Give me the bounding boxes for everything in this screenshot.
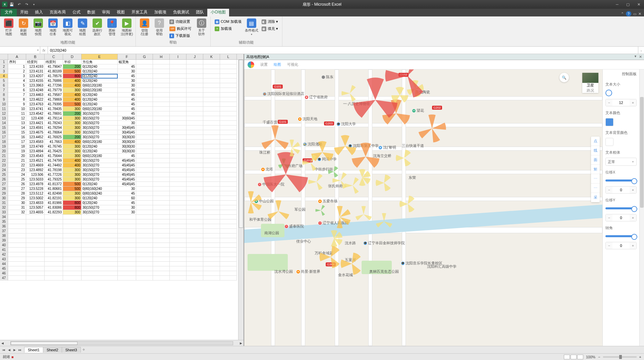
cell[interactable] [186, 163, 203, 168]
cell[interactable] [118, 262, 136, 266]
cell[interactable] [82, 229, 118, 234]
cell[interactable]: 30 [118, 88, 136, 93]
cell[interactable] [82, 266, 118, 271]
text-color-swatch[interactable] [605, 118, 613, 126]
cell[interactable] [220, 224, 237, 229]
cell[interactable]: 30|45|45 [118, 130, 136, 135]
cell[interactable] [26, 266, 45, 271]
cell[interactable]: 0|60|120|180 [82, 154, 118, 158]
row-header[interactable]: 47 [0, 276, 8, 280]
cell[interactable] [203, 121, 220, 125]
cell[interactable] [170, 172, 186, 177]
cell[interactable]: 45|45|45 [118, 172, 136, 177]
cell[interactable] [203, 64, 220, 69]
ribbon-tab-3[interactable]: 公式 [69, 8, 84, 16]
cell[interactable] [186, 168, 203, 172]
cell[interactable]: 序列 [8, 60, 26, 64]
cell[interactable]: 20 [8, 154, 26, 158]
cell[interactable] [136, 149, 153, 154]
row-header[interactable]: 33 [0, 210, 8, 215]
ribbon-tab-2[interactable]: 页面布局 [46, 8, 69, 16]
cell[interactable] [186, 158, 203, 163]
cell[interactable] [220, 215, 237, 219]
row-header[interactable]: 5 [0, 79, 8, 83]
qat-dropdown-icon[interactable]: ▾ [31, 1, 37, 7]
cell[interactable]: 11 [8, 111, 26, 116]
cell[interactable] [136, 93, 153, 97]
cell[interactable] [136, 74, 153, 79]
cell[interactable]: 30|150|270 [82, 177, 118, 182]
cell[interactable] [220, 69, 237, 74]
cell[interactable] [153, 248, 170, 252]
cell[interactable] [45, 248, 63, 252]
cell[interactable]: 纬度列 [45, 60, 63, 64]
cell[interactable]: 30|60|45 [118, 116, 136, 121]
cell[interactable]: 300 [63, 196, 82, 201]
grid-vertical-scrollbar[interactable] [238, 60, 244, 340]
cell[interactable] [186, 219, 203, 224]
cell[interactable] [26, 234, 45, 238]
cell[interactable] [136, 224, 153, 229]
cell[interactable] [136, 172, 153, 177]
cell[interactable]: 41.77296 [45, 83, 63, 88]
cell[interactable] [220, 219, 237, 224]
cell[interactable] [170, 135, 186, 140]
cell[interactable] [203, 205, 220, 210]
ribbon-button[interactable]: ⬛打开 地图 [2, 18, 15, 40]
cell[interactable] [203, 88, 220, 93]
cell[interactable]: 30|150|270 [82, 210, 118, 215]
cell[interactable] [153, 168, 170, 172]
cell[interactable] [45, 266, 63, 271]
cell[interactable]: 800 [63, 201, 82, 205]
cell[interactable]: 123.4591 [26, 125, 45, 130]
cell[interactable]: 45 [118, 201, 136, 205]
cell[interactable] [153, 79, 170, 83]
cell[interactable] [220, 191, 237, 196]
cell[interactable]: 30|30|30 [118, 149, 136, 154]
cell[interactable]: 500 [63, 69, 82, 74]
cell[interactable] [153, 252, 170, 257]
cell[interactable] [8, 252, 26, 257]
ribbon-state-icon[interactable]: ▭ [633, 12, 636, 16]
cell[interactable] [118, 257, 136, 262]
cell[interactable] [186, 69, 203, 74]
cell[interactable] [186, 201, 203, 205]
cell[interactable]: 30|30|30 [118, 135, 136, 140]
cell[interactable] [118, 219, 136, 224]
cell[interactable]: 30|150|270 [82, 121, 118, 125]
cell[interactable] [170, 158, 186, 163]
row-header[interactable]: 3 [0, 69, 8, 74]
increase-button[interactable]: + [630, 187, 636, 193]
cell[interactable]: 300 [63, 168, 82, 172]
column-header[interactable]: A [8, 54, 26, 59]
cell[interactable] [220, 168, 237, 172]
row-header[interactable]: 43 [0, 257, 8, 262]
cell[interactable]: 123.4193 [26, 64, 45, 69]
cell[interactable]: 30|150|270 [82, 135, 118, 140]
cell[interactable] [63, 248, 82, 252]
cell[interactable] [136, 257, 153, 262]
map-tab[interactable]: 设置 [260, 62, 268, 67]
cell[interactable] [170, 219, 186, 224]
cell[interactable] [153, 158, 170, 163]
ribbon-button[interactable]: ✔选择行 政区 [91, 18, 104, 40]
cell[interactable] [186, 172, 203, 177]
cell[interactable] [45, 243, 63, 248]
ribbon-button[interactable]: 👤登陆 /注册 [138, 18, 151, 40]
cell[interactable] [220, 234, 237, 238]
sheet-nav-prev-icon[interactable]: ◀ [7, 348, 11, 352]
cell[interactable] [220, 182, 237, 187]
cell[interactable] [136, 60, 153, 64]
cell[interactable]: 400 [63, 163, 82, 168]
row-header[interactable]: 25 [0, 172, 8, 177]
cell[interactable] [186, 187, 203, 191]
cell[interactable]: 45|45|45 [118, 158, 136, 163]
map-tool-button[interactable]: ⋯ [591, 184, 600, 193]
cell[interactable] [203, 107, 220, 111]
cell[interactable] [82, 248, 118, 252]
cell[interactable] [170, 210, 186, 215]
cell[interactable]: 41.76925 [45, 135, 63, 140]
cell[interactable]: 0|120|240 [82, 74, 118, 79]
cell[interactable] [170, 191, 186, 196]
cell[interactable] [118, 224, 136, 229]
